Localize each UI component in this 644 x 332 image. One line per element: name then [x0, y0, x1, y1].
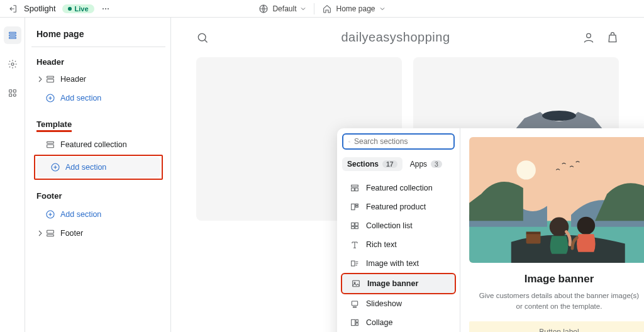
- svg-rect-32: [355, 204, 358, 205]
- svg-rect-41: [352, 301, 357, 306]
- group-header: Header: [31, 53, 165, 70]
- preview-area: dailyeasyshopping: [171, 18, 644, 332]
- section-option-featured-product[interactable]: Featured product: [341, 197, 456, 216]
- svg-rect-4: [9, 32, 16, 33]
- home-icon: [322, 4, 332, 14]
- search-field[interactable]: [354, 137, 448, 146]
- locale-selector[interactable]: Default: [258, 4, 306, 14]
- svg-rect-33: [355, 206, 358, 208]
- svg-point-42: [353, 307, 353, 307]
- svg-rect-45: [352, 319, 355, 325]
- globe-icon: [258, 4, 269, 14]
- svg-point-21: [198, 33, 206, 41]
- sidebar-item-header[interactable]: Header: [31, 70, 165, 88]
- section-option-image-with-text[interactable]: Image with text: [341, 254, 456, 273]
- sidebar-item-label: Header: [60, 75, 86, 84]
- preview-description: Give customers details about the banner …: [469, 290, 644, 313]
- svg-point-1: [105, 8, 106, 9]
- svg-rect-46: [356, 319, 358, 322]
- svg-point-60: [577, 217, 596, 235]
- svg-point-59: [550, 218, 569, 236]
- sidebar-item-label: Featured collection: [60, 140, 127, 149]
- section-option-collection-list[interactable]: Collection list: [341, 216, 456, 235]
- page-title: Home page: [31, 26, 165, 47]
- top-bar: Spotlight Live Default Home page: [0, 0, 644, 18]
- svg-rect-47: [356, 323, 358, 326]
- bag-icon[interactable]: [606, 31, 619, 44]
- add-section-header[interactable]: Add section: [31, 88, 165, 108]
- svg-rect-39: [353, 280, 360, 286]
- svg-rect-38: [352, 261, 355, 266]
- exit-icon[interactable]: [8, 4, 18, 14]
- rail-apps[interactable]: [4, 84, 21, 102]
- svg-point-44: [355, 307, 356, 307]
- rail-sections[interactable]: [4, 26, 21, 44]
- svg-rect-13: [47, 79, 54, 82]
- svg-rect-12: [47, 76, 54, 78]
- svg-point-2: [108, 8, 109, 9]
- chevron-down-icon: [300, 6, 306, 12]
- section-icon: [45, 228, 55, 238]
- sidebar-item-footer[interactable]: Footer: [31, 224, 165, 242]
- svg-rect-34: [352, 223, 355, 226]
- status-badge: Live: [62, 4, 94, 13]
- svg-rect-5: [9, 35, 16, 36]
- section-option-slideshow[interactable]: Slideshow: [341, 294, 456, 313]
- svg-point-23: [542, 111, 576, 121]
- section-option-collage[interactable]: Collage: [341, 313, 456, 332]
- section-icon: [350, 202, 360, 212]
- rail-settings[interactable]: [4, 55, 21, 73]
- add-section-footer[interactable]: Add section: [31, 204, 165, 224]
- svg-rect-19: [47, 230, 54, 233]
- svg-point-43: [354, 307, 355, 307]
- text-icon: [350, 240, 360, 250]
- sections-icon: [8, 30, 18, 40]
- more-icon[interactable]: [101, 4, 111, 14]
- svg-rect-36: [352, 226, 355, 228]
- svg-point-11: [13, 94, 16, 96]
- preview-title: Image banner: [525, 273, 594, 285]
- svg-point-27: [349, 141, 350, 142]
- chevron-right-icon: [35, 74, 45, 84]
- slideshow-icon: [350, 299, 360, 309]
- account-icon[interactable]: [582, 31, 595, 44]
- tab-sections[interactable]: Sections 17: [342, 157, 402, 171]
- theme-name: Spotlight: [24, 4, 56, 13]
- search-icon: [348, 138, 350, 146]
- svg-rect-28: [352, 185, 358, 187]
- sidebar: Home page Header Header Add section Temp…: [25, 18, 171, 332]
- tab-apps[interactable]: Apps 3: [405, 157, 447, 171]
- section-preview: Image banner Give customers details abou…: [469, 137, 644, 332]
- apps-icon: [8, 88, 18, 98]
- section-option-featured-collection[interactable]: Featured collection: [341, 179, 456, 197]
- svg-rect-16: [47, 145, 54, 148]
- plus-circle-icon: [50, 162, 60, 172]
- chevron-right-icon: [35, 228, 45, 238]
- sidebar-item-featured-collection[interactable]: Featured collection: [31, 136, 165, 153]
- svg-rect-35: [355, 223, 358, 226]
- svg-rect-58: [526, 231, 541, 234]
- svg-rect-8: [9, 90, 11, 92]
- group-template: Template: [31, 116, 165, 136]
- svg-rect-31: [352, 204, 355, 209]
- section-icon: [350, 221, 360, 231]
- left-rail: [0, 18, 25, 332]
- section-picker-popup: Sections 17 Apps 3 Featured collection F…: [337, 128, 644, 332]
- banner-illustration: [469, 137, 644, 263]
- plus-circle-icon: [45, 93, 55, 103]
- collage-icon: [350, 318, 360, 328]
- section-option-rich-text[interactable]: Rich text: [341, 235, 456, 254]
- sidebar-item-label: Footer: [60, 229, 83, 238]
- svg-rect-6: [9, 37, 16, 38]
- page-selector[interactable]: Home page: [322, 4, 385, 14]
- section-icon: [350, 258, 360, 268]
- add-section-template[interactable]: Add section: [36, 157, 160, 177]
- search-icon[interactable]: [196, 31, 209, 44]
- svg-rect-30: [355, 188, 358, 191]
- svg-rect-37: [355, 226, 358, 228]
- section-option-image-banner[interactable]: Image banner: [341, 273, 456, 294]
- svg-point-56: [516, 160, 535, 179]
- section-list[interactable]: Featured collection Featured product Col…: [337, 176, 460, 332]
- search-sections-input[interactable]: [342, 133, 455, 150]
- section-icon: [45, 140, 55, 150]
